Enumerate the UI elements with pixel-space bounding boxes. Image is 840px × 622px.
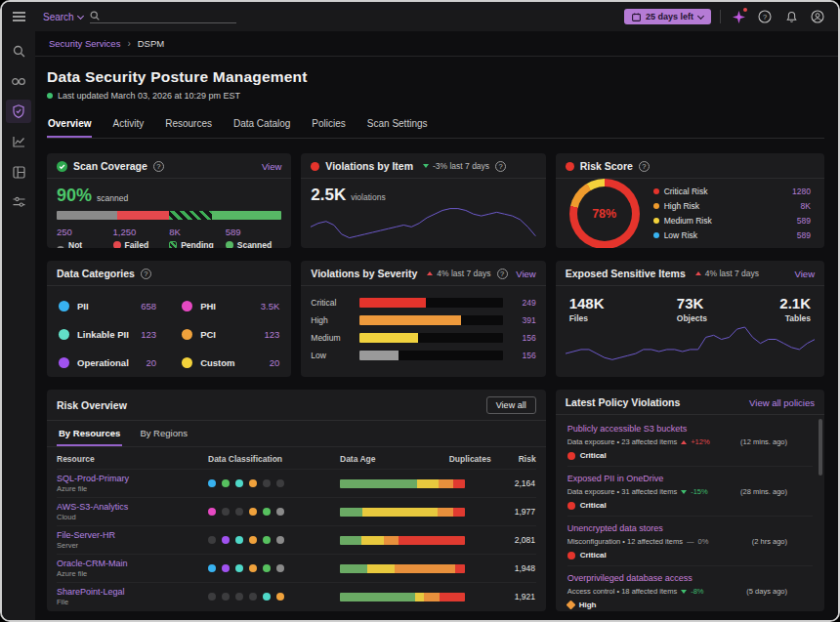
sidebar-security-shield-icon[interactable] bbox=[6, 100, 31, 123]
categories-grid: PII658 PHI3.5K Linkable PII123 PCI123 Op… bbox=[47, 286, 291, 377]
view-all-policies-link[interactable]: View all policies bbox=[749, 397, 815, 408]
stat-value[interactable]: 1,250 bbox=[113, 227, 170, 237]
critical-severity-icon bbox=[567, 502, 575, 510]
risk-score-value: 78% bbox=[569, 179, 640, 249]
severity-value[interactable]: 391 bbox=[511, 315, 536, 325]
violation-link[interactable]: Overprivileged database access bbox=[567, 573, 813, 583]
sidebar-search-icon[interactable] bbox=[6, 39, 31, 62]
stat-tables: 2.1KTables bbox=[779, 295, 811, 323]
category-dot bbox=[59, 329, 69, 340]
exposed-sensitive-items-card: Exposed Sensitive Items 4% last 7 days V… bbox=[556, 261, 824, 377]
sidebar-dashboards-icon[interactable] bbox=[6, 130, 31, 153]
classification-dots bbox=[208, 508, 330, 516]
page-content: Data Security Posture Management Last up… bbox=[35, 57, 838, 620]
resource-link[interactable]: Oracle-CRM-Main bbox=[57, 559, 198, 568]
table-row: AWS-S3-AnalyticsCloud 1,977 73 bbox=[57, 497, 536, 525]
violation-meta: Access control • 18 affected items bbox=[567, 587, 678, 596]
search-scope-dropdown[interactable]: Search bbox=[43, 12, 83, 22]
tab-scan-settings[interactable]: Scan Settings bbox=[366, 114, 429, 138]
tab-resources[interactable]: Resources bbox=[164, 114, 213, 138]
severity-value[interactable]: 156 bbox=[511, 351, 536, 360]
scrollbar-thumb[interactable] bbox=[819, 419, 822, 476]
view-link[interactable]: View bbox=[516, 269, 535, 279]
user-account-icon[interactable] bbox=[809, 8, 826, 25]
violation-link[interactable]: Exposed PII in OneDrive bbox=[567, 474, 813, 483]
legend-label: Low Risk bbox=[664, 230, 697, 240]
breadcrumb-parent-link[interactable]: Security Services bbox=[49, 38, 120, 49]
tab-by-regions[interactable]: By Regions bbox=[138, 421, 189, 446]
tab-policies[interactable]: Policies bbox=[311, 114, 346, 138]
status-dot bbox=[47, 93, 53, 99]
category-value[interactable]: 20 bbox=[270, 357, 280, 368]
app-window: Search 25 days left ? bbox=[0, 0, 840, 622]
category-value[interactable]: 123 bbox=[141, 329, 156, 340]
trend-down-icon bbox=[681, 490, 687, 494]
stat-failed: 1,250 Failed bbox=[113, 227, 170, 248]
tab-activity[interactable]: Activity bbox=[111, 114, 145, 138]
sidebar-settings-sliders-icon[interactable] bbox=[6, 190, 31, 214]
exposed-sparkline bbox=[566, 323, 815, 362]
violation-meta: Data exposure • 31 affected items bbox=[567, 487, 678, 496]
view-link[interactable]: View bbox=[795, 269, 815, 279]
stat-value: 2.1K bbox=[779, 295, 811, 311]
resource-link[interactable]: File-Server-HR bbox=[57, 530, 198, 540]
search-input[interactable] bbox=[105, 10, 222, 21]
violation-time: (12 mins. ago) bbox=[740, 437, 813, 446]
table-row: SQL-Prod-PrimaryAzure file 2,164 85 bbox=[57, 469, 536, 497]
duplicates-value: 1,977 bbox=[475, 507, 535, 517]
breadcrumb-current: DSPM bbox=[138, 38, 164, 49]
legend-value[interactable]: 1280 bbox=[792, 187, 811, 196]
sidebar-investigate-icon[interactable] bbox=[6, 69, 31, 93]
resource-type: Server bbox=[57, 541, 198, 550]
ai-assistant-icon[interactable] bbox=[730, 8, 747, 25]
category-value[interactable]: 658 bbox=[141, 301, 156, 311]
tab-by-resources[interactable]: By Resources bbox=[57, 421, 122, 446]
help-icon[interactable]: ? bbox=[141, 269, 151, 279]
help-icon[interactable]: ? bbox=[495, 161, 506, 172]
severity-value[interactable]: 156 bbox=[511, 333, 536, 343]
severity-row-medium: Medium156 bbox=[311, 333, 535, 343]
resource-link[interactable]: SQL-Prod-Primary bbox=[57, 474, 198, 483]
resource-link[interactable]: AWS-S3-Analytics bbox=[57, 502, 198, 512]
stat-value[interactable]: 589 bbox=[226, 227, 282, 237]
legend-value[interactable]: 8K bbox=[801, 201, 811, 211]
delta-text: 4% last 7 days bbox=[437, 269, 490, 278]
sidebar-modules-icon[interactable] bbox=[6, 160, 31, 184]
classification-dots bbox=[208, 564, 330, 572]
violation-link[interactable]: Publicly accessible S3 buckets bbox=[567, 424, 813, 434]
legend-value[interactable]: 589 bbox=[797, 230, 811, 240]
stat-label: Not Scanned bbox=[68, 240, 113, 248]
category-dot bbox=[59, 357, 69, 368]
tab-data-catalog[interactable]: Data Catalog bbox=[232, 114, 291, 138]
violation-meta: Misconfiguration • 12 affected items bbox=[567, 537, 683, 546]
violation-link[interactable]: Unencrypted data stores bbox=[567, 523, 813, 533]
col-risk: Risk bbox=[501, 454, 536, 464]
category-value[interactable]: 123 bbox=[264, 329, 279, 340]
view-all-button[interactable]: View all bbox=[486, 396, 536, 414]
category-dot bbox=[59, 301, 69, 311]
classification-dots bbox=[208, 593, 330, 601]
violations-count-suffix: violations bbox=[351, 192, 385, 202]
divider bbox=[720, 10, 721, 23]
trial-countdown-button[interactable]: 25 days left bbox=[624, 9, 711, 24]
help-icon[interactable]: ? bbox=[639, 161, 650, 172]
stat-value[interactable]: 250 bbox=[57, 227, 113, 237]
category-value[interactable]: 20 bbox=[147, 357, 157, 368]
view-link[interactable]: View bbox=[262, 161, 281, 172]
scan-coverage-card: Scan Coverage ? View 90% scanned bbox=[47, 153, 291, 248]
legend-label: High Risk bbox=[664, 201, 699, 211]
notifications-bell-icon[interactable] bbox=[782, 8, 800, 25]
resource-link[interactable]: SharePoint-Legal bbox=[57, 587, 198, 597]
severity-value[interactable]: 249 bbox=[511, 298, 536, 308]
legend-dot bbox=[653, 232, 659, 238]
category-value[interactable]: 3.5K bbox=[261, 301, 280, 311]
menu-icon[interactable] bbox=[2, 2, 35, 31]
search-field[interactable] bbox=[90, 10, 236, 23]
legend-value[interactable]: 589 bbox=[797, 216, 811, 226]
help-icon[interactable]: ? bbox=[153, 161, 164, 172]
stat-value[interactable]: 8K bbox=[169, 227, 226, 237]
help-icon[interactable]: ? bbox=[756, 8, 774, 25]
chevron-down-icon bbox=[697, 12, 704, 19]
help-icon[interactable]: ? bbox=[497, 269, 508, 279]
tab-overview[interactable]: Overview bbox=[47, 114, 92, 138]
